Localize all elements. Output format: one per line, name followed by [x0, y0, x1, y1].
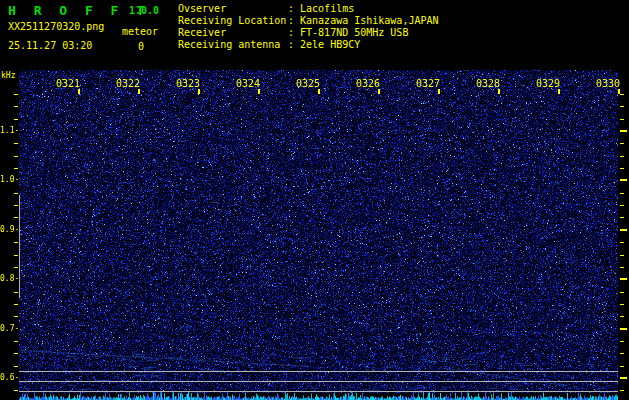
x-tick-mark [618, 89, 620, 94]
y-major-tick-right [620, 179, 627, 181]
y-minor-tick-right [620, 304, 624, 305]
x-tick-label: 0322 [110, 79, 140, 89]
info-row: Receiving antenna: 2ele HB9CY [178, 39, 439, 51]
y-minor-tick-right [620, 341, 624, 342]
y-major-tick-label: 1.0- [0, 176, 19, 184]
spectrogram [19, 70, 618, 400]
y-minor-tick-right [620, 94, 624, 95]
y-minor-tick-right [620, 205, 624, 206]
y-minor-tick-left [14, 242, 18, 243]
y-minor-tick-left [14, 341, 18, 342]
y-minor-tick-left [14, 193, 18, 194]
app-title: H R O F F T [8, 4, 149, 17]
x-tick-mark [198, 89, 200, 94]
y-minor-tick-left [14, 106, 18, 107]
y-minor-tick-right [620, 255, 624, 256]
y-major-tick-right [620, 328, 627, 330]
y-minor-tick-right [620, 353, 624, 354]
y-minor-tick-right [620, 390, 624, 391]
station-info-block: Ovserver: LacofilmsReceiving Location: K… [178, 3, 439, 51]
y-minor-tick-right [620, 267, 624, 268]
y-minor-tick-right [620, 106, 624, 107]
y-major-tick-label: 0.6- [0, 374, 19, 382]
x-tick-label: 0328 [470, 79, 500, 89]
y-minor-tick-right [620, 366, 624, 367]
y-minor-tick-left [14, 390, 18, 391]
x-tick-mark [558, 89, 560, 94]
timestamp: 25.11.27 03:20 [8, 41, 92, 51]
x-tick-label: 0321 [50, 79, 80, 89]
y-minor-tick-left [14, 119, 18, 120]
info-row: Receiving Location: Kanazawa Ishikawa,JA… [178, 15, 439, 27]
y-minor-tick-left [14, 292, 18, 293]
y-minor-tick-right [620, 119, 624, 120]
y-minor-tick-left [14, 156, 18, 157]
y-minor-tick-right [620, 242, 624, 243]
info-label: Ovserver [178, 3, 288, 15]
meteor-count: 0 [138, 42, 144, 52]
y-major-tick-right [620, 377, 627, 379]
y-major-tick-label: 0.7- [0, 325, 19, 333]
y-minor-tick-right [620, 156, 624, 157]
y-minor-tick-right [620, 193, 624, 194]
x-tick-label: 0325 [290, 79, 320, 89]
y-major-tick-right [620, 278, 627, 280]
y-minor-tick-left [14, 304, 18, 305]
info-row: Receiver: FT-817ND 50MHz USB [178, 27, 439, 39]
y-minor-tick-left [14, 143, 18, 144]
info-label: Receiving Location [178, 15, 288, 27]
y-minor-tick-left [14, 94, 18, 95]
y-major-tick-label: 1.1- [0, 127, 19, 135]
y-major-tick-label: 0.8- [0, 275, 19, 283]
x-tick-mark [438, 89, 440, 94]
y-minor-tick-left [14, 316, 18, 317]
y-minor-tick-right [620, 143, 624, 144]
mode-label: meteor [122, 27, 158, 37]
x-tick-label: 0327 [410, 79, 440, 89]
info-label: Receiving antenna [178, 39, 288, 51]
y-major-tick-right [620, 130, 627, 132]
x-tick-mark [78, 89, 80, 94]
y-minor-tick-right [620, 217, 624, 218]
y-major-tick-label: 0.9- [0, 226, 19, 234]
y-major-tick-right [620, 229, 627, 231]
hrofft-window: H R O F F T 1.0.0 XX2511270320.png meteo… [0, 0, 629, 400]
info-value: : 2ele HB9CY [288, 39, 360, 50]
info-value: : Lacofilms [288, 3, 354, 14]
y-minor-tick-right [620, 292, 624, 293]
y-minor-tick-left [14, 353, 18, 354]
x-tick-mark [318, 89, 320, 94]
x-tick-label: 0324 [230, 79, 260, 89]
x-tick-label: 0323 [170, 79, 200, 89]
y-minor-tick-left [14, 267, 18, 268]
x-tick-mark [498, 89, 500, 94]
x-tick-label: 0330 [590, 79, 620, 89]
info-row: Ovserver: Lacofilms [178, 3, 439, 15]
x-tick-mark [258, 89, 260, 94]
info-value: : Kanazawa Ishikawa,JAPAN [288, 15, 439, 26]
y-axis-unit-label: kHz [1, 72, 15, 80]
y-minor-tick-right [620, 168, 624, 169]
y-minor-tick-left [14, 205, 18, 206]
app-version: 1.0.0 [129, 6, 159, 16]
x-tick-mark [138, 89, 140, 94]
y-minor-tick-left [14, 255, 18, 256]
y-minor-tick-left [14, 366, 18, 367]
info-label: Receiver [178, 27, 288, 39]
y-minor-tick-left [14, 217, 18, 218]
x-tick-label: 0326 [350, 79, 380, 89]
output-filename: XX2511270320.png [8, 22, 104, 32]
info-value: : FT-817ND 50MHz USB [288, 27, 408, 38]
y-minor-tick-left [14, 168, 18, 169]
y-minor-tick-right [620, 316, 624, 317]
x-tick-mark [378, 89, 380, 94]
x-tick-label: 0329 [530, 79, 560, 89]
